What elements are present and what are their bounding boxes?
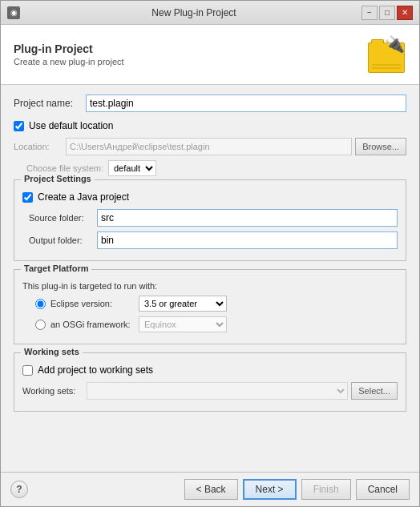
create-java-label: Create a Java project <box>38 191 129 203</box>
target-platform-section: Target Platform This plug-in is targeted… <box>14 269 406 344</box>
back-button[interactable]: < Back <box>184 479 238 500</box>
working-sets-title: Working sets <box>21 347 83 356</box>
dialog-footer: ? < Back Next > Finish Cancel <box>1 472 419 506</box>
source-folder-label: Source folder: <box>29 213 97 223</box>
output-folder-row: Output folder: <box>22 231 398 249</box>
filesystem-select[interactable]: default <box>108 160 156 176</box>
browse-button[interactable]: Browse... <box>355 138 406 155</box>
header-subtitle: Create a new plug-in project <box>14 57 124 66</box>
header: Plug-in Project Create a new plug-in pro… <box>1 25 419 85</box>
use-default-location-checkbox[interactable] <box>14 121 24 131</box>
help-button[interactable]: ? <box>10 481 28 498</box>
source-folder-input[interactable] <box>97 209 398 227</box>
footer-left: ? <box>10 481 180 498</box>
location-row: Location: Browse... <box>14 138 406 155</box>
output-folder-input[interactable] <box>97 231 398 249</box>
add-to-working-sets-checkbox[interactable] <box>22 365 33 376</box>
osgi-framework-row: an OSGi framework: Equinox Felix <box>22 316 398 332</box>
titlebar-controls: − □ ✕ <box>361 6 413 20</box>
filesystem-label: Choose file system: <box>26 163 103 173</box>
minimize-button[interactable]: − <box>361 6 378 20</box>
select-working-sets-button[interactable]: Select... <box>351 382 398 400</box>
window-title: New Plug-in Project <box>26 7 361 18</box>
target-platform-content: This plug-in is targeted to run with: Ec… <box>22 281 398 332</box>
eclipse-version-row: Eclipse version: 3.5 or greater 3.4 3.3 … <box>22 296 398 312</box>
cancel-button[interactable]: Cancel <box>356 479 410 500</box>
project-name-input[interactable] <box>86 95 406 112</box>
eclipse-version-select[interactable]: 3.5 or greater 3.4 3.3 3.2 3.1 <box>139 296 227 312</box>
project-name-row: Project name: <box>14 95 406 112</box>
output-folder-label: Output folder: <box>29 235 97 245</box>
source-folder-row: Source folder: <box>22 209 398 227</box>
maximize-button[interactable]: □ <box>379 6 395 20</box>
working-sets-content: Add project to working sets Working sets… <box>22 364 398 400</box>
project-settings-content: Create a Java project Source folder: Out… <box>22 191 398 249</box>
next-button[interactable]: Next > <box>243 479 297 500</box>
use-default-location-row: Use default location <box>14 120 406 131</box>
use-default-location-label: Use default location <box>29 120 113 131</box>
osgi-framework-radio[interactable] <box>35 320 46 330</box>
plugin-project-icon: 🔌 <box>358 34 406 74</box>
target-platform-description: This plug-in is targeted to run with: <box>22 281 398 291</box>
osgi-framework-select[interactable]: Equinox Felix <box>139 316 227 332</box>
location-input[interactable] <box>66 138 352 155</box>
window-icon: ◉ <box>7 6 20 19</box>
create-java-row: Create a Java project <box>22 191 398 203</box>
working-sets-label: Working sets: <box>22 386 87 396</box>
header-text: Plug-in Project Create a new plug-in pro… <box>14 42 124 66</box>
project-name-label: Project name: <box>14 98 86 109</box>
location-label: Location: <box>14 142 66 151</box>
working-sets-select[interactable] <box>87 382 348 400</box>
close-button[interactable]: ✕ <box>397 6 413 20</box>
osgi-framework-label: an OSGi framework: <box>50 320 139 329</box>
project-settings-title: Project Settings <box>21 174 95 183</box>
add-to-working-sets-row: Add project to working sets <box>22 364 398 376</box>
project-settings-section: Project Settings Create a Java project S… <box>14 179 406 261</box>
form-content: Project name: Use default location Locat… <box>1 85 419 472</box>
working-sets-section: Working sets Add project to working sets… <box>14 352 406 412</box>
eclipse-version-radio[interactable] <box>35 299 46 309</box>
create-java-checkbox[interactable] <box>22 192 33 203</box>
target-platform-title: Target Platform <box>21 264 91 273</box>
new-plugin-project-dialog: ◉ New Plug-in Project − □ ✕ Plug-in Proj… <box>0 0 420 507</box>
finish-button[interactable]: Finish <box>301 479 351 500</box>
working-sets-row: Working sets: Select... <box>22 382 398 400</box>
eclipse-version-label: Eclipse version: <box>50 299 139 308</box>
header-title: Plug-in Project <box>14 42 124 55</box>
add-to-working-sets-label: Add project to working sets <box>38 364 153 376</box>
titlebar: ◉ New Plug-in Project − □ ✕ <box>1 1 419 25</box>
